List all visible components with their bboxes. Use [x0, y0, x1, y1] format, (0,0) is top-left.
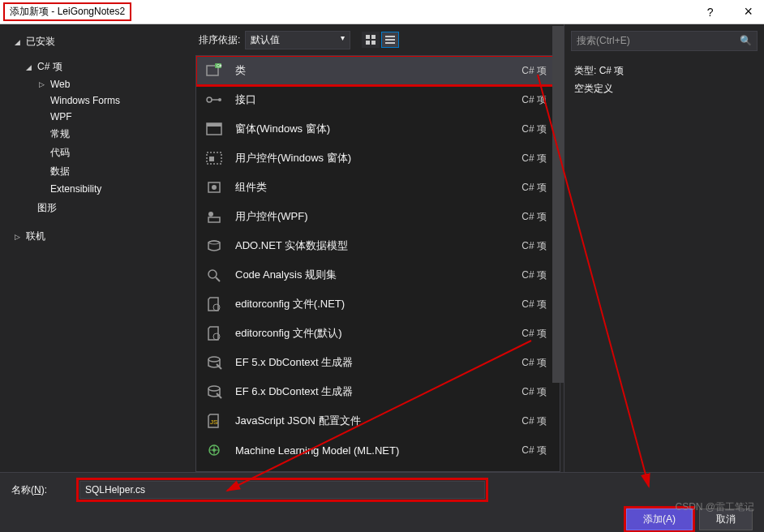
svg-point-12 [218, 98, 221, 101]
template-lang: C# 项 [521, 122, 547, 136]
wpfuc-icon [204, 208, 224, 225]
template-item[interactable]: 组件类C# 项 [196, 173, 560, 202]
tree-web[interactable]: ▷ Web [0, 76, 192, 92]
tree-graphic[interactable]: 图形 [0, 199, 192, 217]
svg-text:C#: C# [217, 63, 222, 68]
template-name: Machine Learning Model (ML.NET) [235, 444, 510, 457]
svg-text:JS: JS [210, 418, 217, 426]
template-item[interactable]: 用户控件(Windows 窗体)C# 项 [196, 144, 560, 173]
svg-point-18 [212, 185, 217, 190]
name-label: 名称(N): [11, 483, 47, 497]
interface-icon [204, 91, 224, 109]
template-lang: C# 项 [521, 152, 547, 165]
tree-data[interactable]: 数据 [0, 162, 192, 181]
close-button[interactable]: × [736, 2, 761, 22]
grid-icon [366, 35, 376, 45]
name-row: 名称(N): [11, 481, 753, 499]
svg-rect-14 [207, 123, 221, 127]
svg-rect-0 [366, 35, 370, 39]
sort-dropdown[interactable]: 默认值 [245, 31, 350, 49]
template-lang: C# 项 [521, 181, 547, 195]
svg-rect-5 [385, 39, 395, 41]
tree-ext[interactable]: Extensibility [0, 181, 192, 197]
svg-point-26 [208, 357, 220, 362]
template-lang: C# 项 [521, 444, 547, 457]
chevron-down-icon: ◢ [26, 63, 34, 71]
template-item[interactable]: EF 5.x DbContext 生成器C# 项 [196, 348, 560, 377]
center-panel: 排序依据: 默认值 C#类C# 项接口C# 项窗体(Windows 窗体)C# … [192, 24, 564, 472]
svg-rect-3 [371, 41, 376, 45]
svg-rect-6 [385, 42, 395, 44]
svg-point-22 [208, 270, 217, 278]
tree-general[interactable]: 常规 [0, 125, 192, 144]
component-icon [204, 178, 224, 196]
template-lang: C# 项 [521, 64, 547, 78]
chevron-down-icon: ◢ [15, 38, 23, 46]
template-name: EF 5.x DbContext 生成器 [235, 355, 510, 370]
template-item[interactable]: 用户控件(WPF)C# 项 [196, 202, 560, 231]
svg-rect-2 [366, 41, 370, 45]
titlebar: 添加新项 - LeiGongNotes2 ? × [0, 0, 764, 24]
template-item[interactable]: 接口C# 项 [196, 85, 560, 114]
usercontrol-icon [204, 149, 224, 167]
template-name: Code Analysis 规则集 [235, 268, 510, 282]
type-info: 类型: C# 项 空类定义 [564, 59, 764, 101]
tree-csharp[interactable]: ◢ C# 项 [0, 58, 192, 76]
class-icon: C# [204, 62, 224, 79]
template-item[interactable]: Machine Learning Model (ML.NET)C# 项 [196, 435, 560, 465]
tree-winforms[interactable]: Windows Forms [0, 92, 192, 109]
template-name: editorconfig 文件(默认) [235, 326, 510, 341]
svg-rect-1 [371, 35, 376, 39]
svg-rect-4 [385, 36, 395, 37]
grid-view-button[interactable] [362, 32, 380, 48]
template-item[interactable]: 窗体(Windows 窗体)C# 项 [196, 114, 560, 144]
template-lang: C# 项 [521, 93, 547, 107]
template-item[interactable]: ADO.NET 实体数据模型C# 项 [196, 231, 560, 260]
template-item[interactable]: C#类C# 项 [196, 56, 560, 85]
template-item[interactable]: Code Analysis 规则集C# 项 [196, 260, 560, 290]
template-lang: C# 项 [521, 210, 547, 224]
analysis-icon [204, 266, 224, 284]
template-item[interactable]: JSJavaScript JSON 配置文件C# 项 [196, 406, 560, 435]
ado-icon [204, 237, 224, 255]
chevron-right-icon: ▷ [39, 80, 47, 88]
sort-label: 排序依据: [199, 33, 240, 47]
svg-point-27 [208, 386, 220, 391]
svg-point-24 [213, 304, 220, 311]
name-input[interactable] [79, 481, 485, 499]
ef-icon [204, 354, 224, 371]
right-panel: 搜索(Ctrl+E) 🔍 类型: C# 项 空类定义 [564, 24, 764, 472]
ml-icon [204, 441, 224, 459]
template-item[interactable]: editorconfig 文件(.NET)C# 项 [196, 290, 560, 319]
template-lang: C# 项 [521, 385, 547, 399]
tree-wpf[interactable]: WPF [0, 109, 192, 125]
template-name: 窗体(Windows 窗体) [235, 122, 510, 136]
cancel-button[interactable]: 取消 [699, 508, 753, 530]
list-view-button[interactable] [381, 32, 399, 48]
search-input[interactable]: 搜索(Ctrl+E) 🔍 [571, 31, 758, 51]
bottom-bar: 名称(N): 添加(A) 取消 [0, 472, 764, 532]
template-list[interactable]: C#类C# 项接口C# 项窗体(Windows 窗体)C# 项用户控件(Wind… [195, 55, 560, 472]
config-icon [204, 324, 224, 342]
template-name: 组件类 [235, 180, 510, 195]
add-button[interactable]: 添加(A) [626, 508, 693, 530]
view-toggle [362, 32, 399, 48]
template-name: EF 6.x DbContext 生成器 [235, 384, 510, 399]
template-name: 用户控件(Windows 窗体) [235, 151, 510, 165]
template-name: 接口 [235, 92, 510, 107]
template-lang: C# 项 [521, 327, 547, 341]
tree-code[interactable]: 代码 [0, 144, 192, 162]
config-icon [204, 295, 224, 313]
template-name: 用户控件(WPF) [235, 209, 510, 224]
template-item[interactable]: EF 6.x DbContext 生成器C# 项 [196, 377, 560, 406]
tree-online[interactable]: ▷ 联机 [0, 227, 192, 246]
template-item[interactable]: editorconfig 文件(默认)C# 项 [196, 319, 560, 348]
template-lang: C# 项 [521, 268, 547, 282]
scrollbar-thumb[interactable] [552, 55, 560, 383]
window-title: 添加新项 - LeiGongNotes2 [3, 2, 131, 21]
help-button[interactable]: ? [699, 4, 722, 20]
template-lang: C# 项 [521, 356, 547, 370]
main-area: ◢ 已安装 ◢ C# 项 ▷ Web Windows Forms WPF 常规 … [0, 24, 764, 472]
tree-installed[interactable]: ◢ 已安装 [0, 32, 192, 51]
search-icon: 🔍 [740, 35, 752, 46]
